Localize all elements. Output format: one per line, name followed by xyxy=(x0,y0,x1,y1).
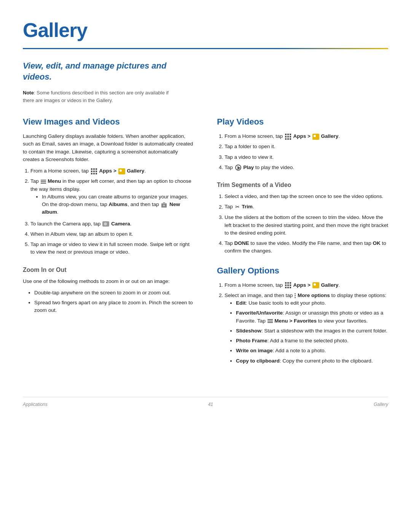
list-item: Tap an image or video to view it in full… xyxy=(30,241,194,256)
footer-center: 41 xyxy=(208,401,213,408)
list-item: Tap ✂ Trim. xyxy=(225,203,388,211)
list-item: In Albums view, you can create albums to… xyxy=(42,193,194,216)
list-item: Double-tap anywhere on the screen to zoo… xyxy=(34,289,194,297)
gallery-options-steps: From a Home screen, tap Apps > Gallery. … xyxy=(225,281,388,365)
list-item: From a Home screen, tap Apps > Gallery. xyxy=(225,281,388,289)
new-album-icon: + xyxy=(161,202,167,208)
list-item: When in Album view, tap an album to open… xyxy=(30,230,194,238)
menu-icon xyxy=(41,180,46,184)
list-item: Write on image: Add a note to a photo. xyxy=(236,347,388,355)
list-item: Tap Menu in the upper left corner, and t… xyxy=(30,177,194,216)
view-images-section: View Images and Videos Launching Gallery… xyxy=(23,115,194,256)
apps-icon xyxy=(285,134,291,140)
gallery-icon xyxy=(312,282,319,288)
title-divider xyxy=(23,48,388,49)
zoom-intro: Use one of the following methods to zoom… xyxy=(23,278,194,285)
list-item: Use the sliders at the bottom of the scr… xyxy=(225,214,388,237)
list-item: Tap a video to view it. xyxy=(225,153,388,161)
svg-text:+: + xyxy=(163,204,165,208)
footer: Applications 41 Gallery xyxy=(23,397,388,408)
view-images-intro: Launching Gallery displays available fol… xyxy=(23,133,194,163)
note-text: : Some functions described in this secti… xyxy=(23,90,169,103)
list-item: Tap DONE to save the video. Modify the F… xyxy=(225,240,388,255)
menu-label: Menu xyxy=(48,178,61,184)
list-item: Copy to clipboard: Copy the current phot… xyxy=(236,357,388,365)
zoom-bullets: Double-tap anywhere on the screen to zoo… xyxy=(34,289,194,315)
play-icon xyxy=(235,165,241,171)
play-videos-steps: From a Home screen, tap Apps > Gallery. … xyxy=(225,133,388,171)
play-videos-title: Play Videos xyxy=(217,115,388,128)
apps-icon xyxy=(91,168,97,174)
list-item: Select an image, and then tap More optio… xyxy=(225,292,388,365)
list-item: Select a video, and then tap the screen … xyxy=(225,193,388,200)
gallery-options-bullets: Edit: Use basic tools to edit your photo… xyxy=(236,299,388,365)
note-block: Note: Some functions described in this s… xyxy=(23,89,175,104)
left-column: View Images and Videos Launching Gallery… xyxy=(23,115,194,324)
menu-icon xyxy=(268,319,273,323)
list-item: Slideshow: Start a slideshow with the im… xyxy=(236,327,388,335)
two-column-layout: View Images and Videos Launching Gallery… xyxy=(23,115,388,374)
apps-icon xyxy=(285,282,291,288)
gallery-options-title: Gallery Options xyxy=(217,264,388,277)
view-images-steps: From a Home screen, tap Apps > Gallery. … xyxy=(30,167,194,256)
list-item: Spread two fingers apart on any place to… xyxy=(34,299,194,315)
gallery-icon xyxy=(312,134,319,140)
list-item: To launch the Camera app, tap Camera. xyxy=(30,220,194,228)
trim-section: Trim Segments of a Video Select a video,… xyxy=(217,181,388,255)
sub-bullets: In Albums view, you can create albums to… xyxy=(42,193,194,216)
gallery-icon xyxy=(118,168,125,174)
page-subtitle: View, edit, and manage pictures and vide… xyxy=(23,61,175,82)
trim-subtitle: Trim Segments of a Video xyxy=(217,181,388,190)
camera-icon xyxy=(102,221,109,227)
zoom-subtitle: Zoom In or Out xyxy=(23,265,194,275)
scissors-icon: ✂ xyxy=(235,203,240,211)
apps-label: Apps > xyxy=(99,168,116,174)
list-item: From a Home screen, tap Apps > Gallery. xyxy=(30,167,194,175)
footer-right: Gallery xyxy=(374,401,388,408)
gallery-label: Gallery xyxy=(127,168,145,174)
footer-left: Applications xyxy=(23,401,48,408)
trim-steps: Select a video, and then tap the screen … xyxy=(225,193,388,255)
view-images-title: View Images and Videos xyxy=(23,115,194,128)
gallery-options-section: Gallery Options From a Home screen, tap … xyxy=(217,264,388,365)
list-item: Edit: Use basic tools to edit your photo… xyxy=(236,299,388,307)
note-label: Note xyxy=(23,90,34,96)
more-options-icon xyxy=(295,293,296,298)
page-title: Gallery xyxy=(23,15,388,45)
list-item: Tap Play to play the video. xyxy=(225,164,388,171)
list-item: From a Home screen, tap Apps > Gallery. xyxy=(225,133,388,140)
play-videos-section: Play Videos From a Home screen, tap Apps… xyxy=(217,115,388,171)
list-item: Tap a folder to open it. xyxy=(225,143,388,150)
right-column: Play Videos From a Home screen, tap Apps… xyxy=(217,115,388,374)
list-item: Photo Frame: Add a frame to the selected… xyxy=(236,337,388,345)
list-item: Favorite/Unfavorite: Assign or unassign … xyxy=(236,309,388,325)
zoom-section: Zoom In or Out Use one of the following … xyxy=(23,265,194,315)
